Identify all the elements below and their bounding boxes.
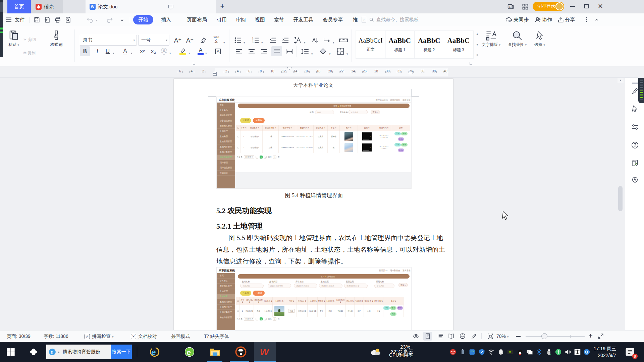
zoom-in-button[interactable]: +	[589, 334, 594, 339]
tray-app-red-icon[interactable]	[449, 349, 457, 356]
style-正文[interactable]: AaBbCcI正文	[356, 31, 385, 58]
missing-font[interactable]: T? 缺失字体	[204, 334, 229, 340]
pen-tool-icon[interactable]	[631, 87, 639, 95]
align-left-icon[interactable]	[234, 47, 244, 56]
char-border-button[interactable]: A	[213, 46, 223, 56]
zoom-level[interactable]: 70% ▾	[496, 334, 508, 339]
font-color-button[interactable]: A	[196, 46, 205, 56]
gallery-up-icon[interactable]: ▲	[476, 33, 479, 36]
redo-icon[interactable]	[106, 16, 113, 23]
sync-label[interactable]: 未同步	[514, 17, 529, 23]
paragraph-sort-icon[interactable]	[310, 36, 320, 45]
tab-ruler-icon[interactable]	[338, 36, 349, 45]
paste-button[interactable]: 粘贴 ▾	[6, 29, 21, 48]
find-replace-button[interactable]: 查找替换 ▾	[506, 30, 528, 48]
zoom-out-button[interactable]	[516, 336, 521, 337]
clear-format-icon[interactable]	[198, 36, 208, 45]
bold-button[interactable]: B	[80, 46, 90, 56]
web-view-icon[interactable]	[460, 333, 466, 339]
tab-document[interactable]: W论文.doc	[86, 0, 216, 13]
side-widget[interactable]	[638, 78, 644, 103]
italic-button[interactable]: I	[93, 46, 102, 56]
scrollbar-thumb[interactable]	[618, 186, 623, 211]
print-icon[interactable]	[54, 16, 61, 23]
adjust-tool-icon[interactable]	[631, 123, 639, 131]
menu-tab-6[interactable]: 章节	[272, 15, 286, 24]
command-search[interactable]: 查找命令、搜索模板	[369, 15, 476, 24]
gallery-down-icon[interactable]: ▼	[476, 43, 479, 46]
spellcheck-label[interactable]: 拼写检查 ▾	[92, 334, 113, 340]
menu-tab-3[interactable]: 引用	[215, 15, 229, 24]
more-menu-icon[interactable]: ⋮	[584, 16, 589, 23]
tab-docer[interactable]: 稻壳	[31, 0, 63, 13]
numbered-list-icon[interactable]: 123	[251, 36, 261, 45]
collab-icon[interactable]	[535, 16, 541, 23]
collab-label[interactable]: 协作	[542, 17, 552, 23]
tray-nvidia-icon[interactable]	[507, 349, 514, 356]
superscript-button[interactable]: X²	[138, 46, 147, 56]
ie-icon[interactable]: e	[149, 346, 160, 358]
pinyin-guide-icon[interactable]: wén文	[211, 34, 222, 45]
decrease-font-icon[interactable]: A⁻	[185, 36, 195, 45]
word-count[interactable]: 字数: 11886	[44, 334, 68, 340]
proofread-icon[interactable]: ✕	[131, 334, 136, 339]
style-标题 2[interactable]: AaBbC标题 2	[415, 31, 444, 58]
text-layout-button[interactable]: 文字排版 ▾	[480, 30, 502, 48]
menu-tab-9[interactable]: 推	[350, 15, 360, 24]
tmall-icon[interactable]	[235, 346, 247, 358]
weather-icon[interactable]	[370, 348, 381, 356]
tray-shield-icon[interactable]	[478, 349, 485, 356]
undo-icon[interactable]	[87, 16, 93, 23]
menu-tab-7[interactable]: 开发工具	[291, 15, 315, 24]
more-tabs-button[interactable]: ›	[362, 17, 366, 23]
wrap-icon[interactable]	[321, 36, 332, 45]
taskbar-clock[interactable]: 17:19 周三2022/9/7	[589, 345, 616, 359]
align-center-icon[interactable]	[247, 47, 257, 56]
first-line-indent-marker[interactable]	[287, 67, 291, 70]
file-explorer-icon[interactable]	[209, 346, 221, 358]
zoom-slider[interactable]	[526, 336, 585, 337]
tray-qq-icon[interactable]	[517, 349, 524, 356]
char-style-button[interactable]: A	[121, 46, 129, 56]
proofread-label[interactable]: 文档校对	[138, 334, 157, 340]
distribute-icon[interactable]	[284, 47, 295, 56]
file-menu[interactable]: 文件	[15, 17, 25, 23]
underline-button[interactable]: U	[103, 46, 112, 56]
text-effect-button[interactable]: A	[160, 46, 168, 56]
wps-icon[interactable]: W	[259, 346, 271, 358]
indent-marker-left[interactable]	[213, 71, 217, 76]
line-spacing-icon[interactable]	[300, 47, 310, 56]
text-direction-icon[interactable]	[292, 36, 303, 45]
tray-usb2-icon[interactable]	[545, 349, 552, 356]
menu-tab-2[interactable]: 页面布局	[183, 15, 210, 24]
menu-tab-4[interactable]: 审阅	[234, 15, 248, 24]
save-icon[interactable]	[34, 16, 40, 23]
close-button[interactable]: ✕	[598, 3, 604, 9]
increase-font-icon[interactable]: A⁺	[173, 36, 183, 45]
copy-button[interactable]: ⧉ 复制	[23, 50, 36, 56]
bullet-list-icon[interactable]	[233, 36, 243, 45]
left-edge-widget[interactable]	[0, 0, 3, 57]
pinwheel-app-icon[interactable]	[29, 347, 39, 357]
export-icon[interactable]	[44, 16, 51, 23]
highlight-button[interactable]	[178, 46, 188, 56]
page-view-icon[interactable]	[425, 333, 431, 339]
outline-view-icon[interactable]	[437, 333, 443, 339]
select-button[interactable]: 选择 ▾	[532, 30, 547, 48]
tray-bell-icon[interactable]	[497, 349, 504, 356]
select-tool-icon[interactable]	[631, 105, 639, 113]
hamburger-icon[interactable]	[5, 17, 12, 22]
print-preview-icon[interactable]	[65, 16, 71, 23]
document-page[interactable]: 大学本科毕业论文 首页个人中心基础数据管理公告信息管理农资购买管理土地管理土地类…	[174, 79, 453, 330]
eye-icon[interactable]	[413, 333, 419, 339]
fullscreen-icon[interactable]	[598, 333, 604, 339]
browser360-icon[interactable]: e	[184, 346, 195, 358]
menu-tab-1[interactable]: 插入	[158, 15, 174, 24]
justify-icon[interactable]	[271, 46, 282, 56]
news-widget[interactable]: e ▲ 腾讯增持育碧股份 搜索一下	[46, 345, 132, 359]
new-tab-button[interactable]: +	[219, 3, 226, 10]
tray-wifi-icon[interactable]	[488, 349, 495, 356]
collapse-toolbar-icon[interactable]	[120, 17, 124, 22]
ruler[interactable]: 642246810121416182022242628303234363840	[0, 66, 644, 78]
style-标题 3[interactable]: AaBbC标题 3	[444, 31, 474, 58]
